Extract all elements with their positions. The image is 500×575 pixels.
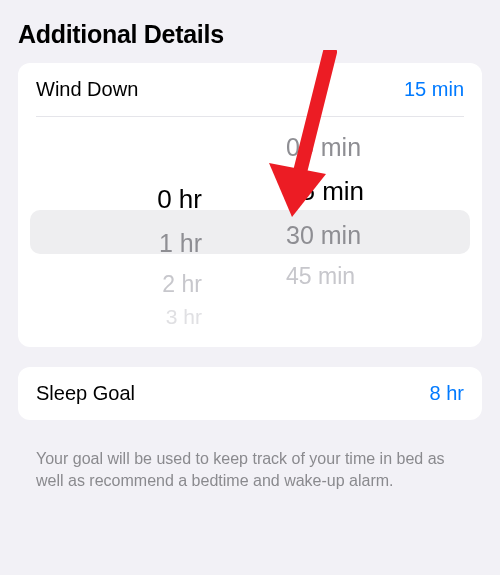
wind-down-value: 15 min bbox=[404, 78, 464, 101]
minutes-option[interactable]: 30 min bbox=[286, 213, 361, 257]
sleep-goal-value: 8 hr bbox=[430, 382, 464, 405]
wind-down-card: Wind Down 15 min 0 hr 1 hr 2 hr 3 hr 00 … bbox=[18, 63, 482, 347]
sleep-goal-row[interactable]: Sleep Goal 8 hr bbox=[18, 367, 482, 420]
hours-option[interactable]: 3 hr bbox=[166, 303, 202, 331]
wind-down-row[interactable]: Wind Down 15 min bbox=[18, 63, 482, 116]
sleep-goal-card: Sleep Goal 8 hr bbox=[18, 367, 482, 420]
wind-down-label: Wind Down bbox=[36, 78, 138, 101]
minutes-picker-column[interactable]: 00 min 15 min 30 min 45 min bbox=[250, 121, 482, 343]
hours-selected[interactable]: 0 hr bbox=[157, 177, 202, 221]
sleep-goal-label: Sleep Goal bbox=[36, 382, 135, 405]
hours-option[interactable]: 2 hr bbox=[162, 265, 202, 303]
duration-picker[interactable]: 0 hr 1 hr 2 hr 3 hr 00 min 15 min 30 min… bbox=[18, 117, 482, 347]
minutes-selected[interactable]: 15 min bbox=[286, 169, 364, 213]
hours-option[interactable]: 1 hr bbox=[159, 221, 202, 265]
minutes-option[interactable]: 00 min bbox=[286, 125, 361, 169]
sleep-goal-footer: Your goal will be used to keep track of … bbox=[18, 440, 482, 491]
section-title: Additional Details bbox=[18, 20, 482, 49]
minutes-option[interactable]: 45 min bbox=[286, 257, 355, 295]
hours-picker-column[interactable]: 0 hr 1 hr 2 hr 3 hr bbox=[18, 121, 250, 343]
